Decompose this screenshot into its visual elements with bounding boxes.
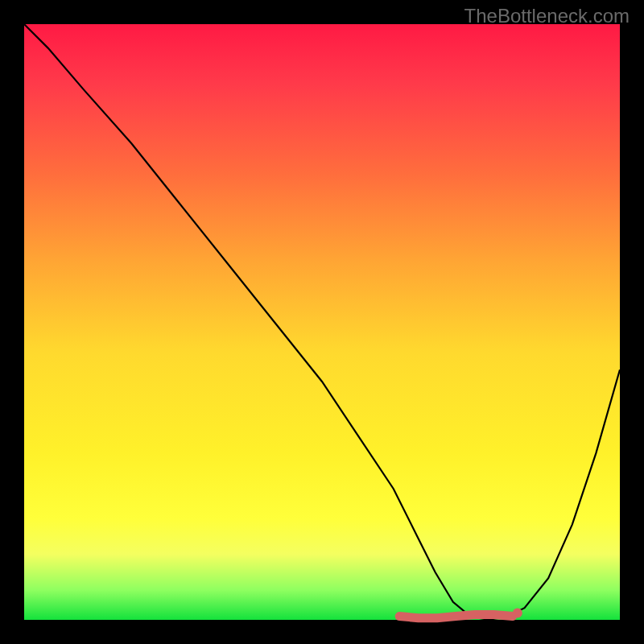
watermark-text: TheBottleneck.com	[464, 5, 630, 27]
plot-area	[24, 24, 620, 620]
bottleneck-curve-path	[24, 24, 620, 620]
curve-svg	[24, 24, 620, 620]
minimum-band-end-dot	[513, 609, 522, 618]
minimum-band-path	[399, 614, 513, 617]
